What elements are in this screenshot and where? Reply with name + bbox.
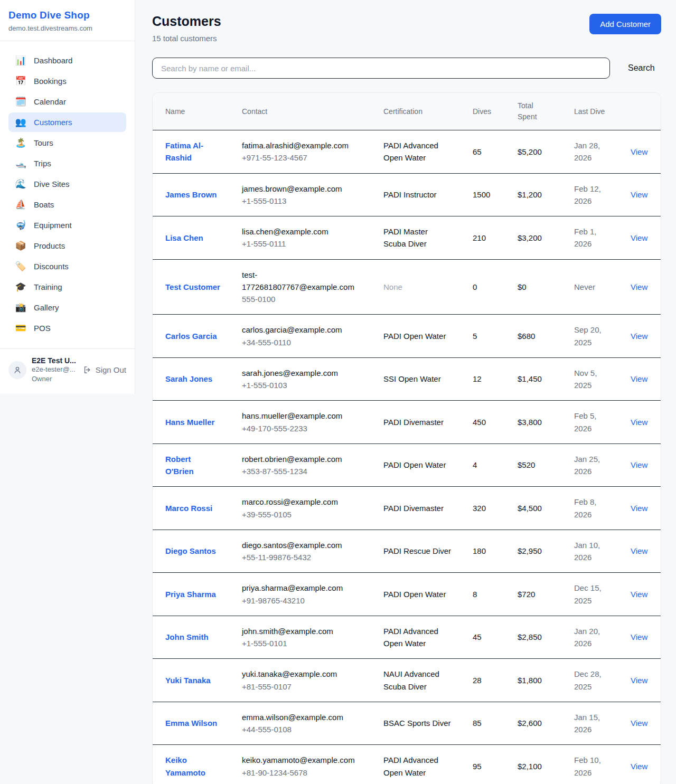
sidebar-item-discounts[interactable]: 🏷️Discounts [8,257,126,276]
sidebar: Demo Dive Shop demo.test.divestreams.com… [0,0,135,394]
customer-email: keiko.yamamoto@example.com [242,754,362,766]
table-row: Lisa Chenlisa.chen@example.com+1-555-011… [153,216,661,260]
customer-email: carlos.garcia@example.com [242,324,362,336]
customer-name-link[interactable]: Fatima Al-Rashid [165,141,203,162]
customer-certification: PADI Divemaster [383,418,444,427]
view-link[interactable]: View [631,374,647,383]
sidebar-item-training[interactable]: 🎓Training [8,277,126,297]
sidebar-item-dashboard[interactable]: 📊Dashboard [8,51,126,70]
view-link[interactable]: View [631,590,647,599]
customer-name-link[interactable]: Hans Mueller [165,418,214,427]
customer-name-link[interactable]: Lisa Chen [165,233,203,242]
customer-phone: +55-11-99876-5432 [242,551,362,563]
sidebar-item-trips[interactable]: 🛥️Trips [8,154,126,173]
search-button[interactable]: Search [628,63,655,73]
customer-total-spent: $1,450 [505,357,561,401]
customer-dives: 450 [460,401,505,444]
view-link[interactable]: View [631,282,647,291]
customer-phone: +91-98765-43210 [242,594,362,607]
view-link[interactable]: View [631,676,647,685]
customer-phone: +353-87-555-1234 [242,465,362,477]
view-link[interactable]: View [631,719,647,728]
customer-name-link[interactable]: James Brown [165,190,217,199]
column-header-certification: Certification [371,93,460,130]
customer-name-link[interactable]: Priya Sharma [165,590,216,599]
user-email: e2e-tester@... [32,365,78,374]
customer-dives: 65 [460,130,505,174]
sidebar-item-boats[interactable]: ⛵Boats [8,195,126,214]
customer-name-link[interactable]: Yuki Tanaka [165,676,211,685]
customer-last-dive: Dec 15, 2025 [561,573,618,616]
customer-total-spent: $5,200 [505,130,561,174]
sidebar-item-label: Calendar [34,97,66,106]
customer-last-dive: Sep 20, 2025 [561,315,618,358]
customer-name-link[interactable]: Carlos Garcia [165,332,217,341]
customer-name-link[interactable]: John Smith [165,632,209,641]
sidebar-item-bookings[interactable]: 📅Bookings [8,71,126,91]
customer-total-spent: $2,100 [505,745,561,784]
customer-email: lisa.chen@example.com [242,225,362,238]
customer-total-spent: $2,850 [505,616,561,659]
sidebar-item-calendar[interactable]: 🗓️Calendar [8,92,126,111]
search-row: Search [152,58,661,79]
sidebar-item-pos[interactable]: 💳POS [8,318,126,338]
sidebar-item-label: Boats [34,200,54,209]
customer-dives: 12 [460,357,505,401]
customer-name-link[interactable]: Sarah Jones [165,374,212,383]
customer-name-link[interactable]: Robert O'Brien [165,455,194,476]
sidebar-item-customers[interactable]: 👥Customers [8,112,126,132]
customer-name-link[interactable]: Emma Wilson [165,719,217,728]
customer-certification: SSI Open Water [383,374,441,383]
customer-email: diego.santos@example.com [242,539,362,551]
view-link[interactable]: View [631,190,647,199]
table-row: John Smithjohn.smith@example.com+1-555-0… [153,616,661,659]
person-icon [12,365,23,375]
customer-phone: +1-555-0111 [242,238,362,250]
column-header-name: Name [153,93,229,130]
customer-total-spent: $2,600 [505,702,561,745]
customer-dives: 85 [460,702,505,745]
sidebar-item-products[interactable]: 📦Products [8,236,126,256]
customer-name-link[interactable]: Diego Santos [165,546,216,555]
view-link[interactable]: View [631,233,647,242]
customer-name-link[interactable]: Marco Rossi [165,504,212,513]
main-content: Customers 15 total customers Add Custome… [152,14,661,784]
sidebar-item-label: Trips [34,159,51,168]
customer-last-dive: Feb 1, 2026 [561,216,618,260]
view-link[interactable]: View [631,418,647,427]
view-link[interactable]: View [631,632,647,641]
sidebar-item-equipment[interactable]: 🤿Equipment [8,215,126,235]
customer-email: james.brown@example.com [242,183,362,195]
customer-total-spent: $1,200 [505,173,561,216]
customer-last-dive: Never [561,259,618,315]
customer-email: marco.rossi@example.com [242,496,362,508]
sidebar-item-dive-sites[interactable]: 🌊Dive Sites [8,174,126,194]
customer-dives: 4 [460,443,505,487]
sign-out-button[interactable]: Sign Out [83,365,126,374]
customer-total-spent: $0 [505,259,561,315]
sidebar-item-tours[interactable]: 🏝️Tours [8,133,126,153]
view-link[interactable]: View [631,147,647,156]
view-link[interactable]: View [631,504,647,513]
search-input[interactable] [152,58,610,79]
view-link[interactable]: View [631,546,647,555]
sidebar-item-label: Equipment [34,221,72,230]
add-customer-button[interactable]: Add Customer [589,14,661,34]
table-body: Fatima Al-Rashidfatima.alrashid@example.… [153,130,661,784]
view-link[interactable]: View [631,332,647,341]
view-link[interactable]: View [631,460,647,469]
customer-dives: 210 [460,216,505,260]
customer-phone: +1-555-0103 [242,379,362,391]
view-link[interactable]: View [631,762,647,771]
customer-phone: +39-555-0105 [242,508,362,521]
customer-last-dive: Jan 10, 2026 [561,530,618,573]
customer-name-link[interactable]: Test Customer [165,282,220,291]
sidebar-item-gallery[interactable]: 📸Gallery [8,298,126,317]
column-header-dives: Dives [460,93,505,130]
sidebar-item-label: Gallery [34,303,59,312]
customer-name-link[interactable]: Keiko Yamamoto [165,755,205,777]
customer-last-dive: Jan 20, 2026 [561,616,618,659]
sidebar-item-label: Customers [34,118,72,127]
sign-out-icon [83,365,92,374]
page-title: Customers [152,14,221,29]
